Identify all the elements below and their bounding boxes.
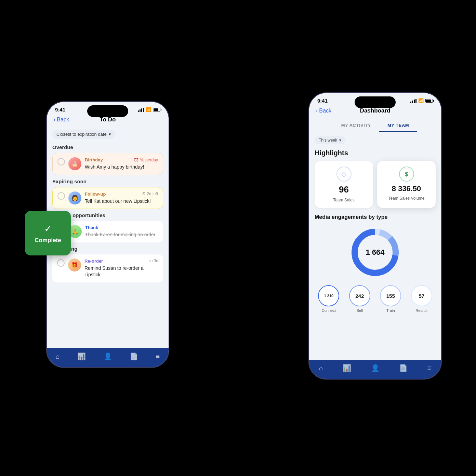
stat-recruit: 57 Recruit: [411, 285, 432, 313]
highlights-title: Highlights: [315, 149, 436, 157]
complete-check-icon: ✓: [44, 223, 52, 234]
nav-home-2[interactable]: ⌂: [319, 364, 323, 372]
task-type-reorder: Re-order: [84, 259, 103, 264]
back-button-2[interactable]: ‹ Back: [316, 108, 331, 114]
menu-icon-1: ≡: [156, 353, 160, 360]
menu-icon-2: ≡: [427, 364, 432, 372]
task-radio-reorder[interactable]: [57, 259, 65, 267]
status-time-2: 9:41: [317, 98, 328, 104]
task-body-reorder: Re-order in 3d Remind Susan to re-order …: [84, 259, 158, 278]
back-button-1[interactable]: ‹ Back: [54, 117, 69, 123]
donut-chart-container: 1 664: [315, 225, 436, 280]
task-body-followup: Follow-up ⏱ 2d left Tell Kat about our n…: [85, 191, 158, 205]
stat-ring-connect: 1 210: [318, 285, 339, 306]
home-icon-2: ⌂: [319, 364, 323, 372]
doc-icon-2: 📄: [399, 364, 408, 372]
stats-row: 1 210 Connect 242 Sell: [315, 285, 436, 313]
task-followup[interactable]: 👩 Follow-up ⏱ 2d left Tell Kat about our…: [52, 187, 163, 209]
complete-badge: ✓ Complete: [25, 211, 71, 255]
task-time-reorder: in 3d: [149, 259, 158, 263]
task-body-birthday: Birthday ⏰ Yesterday Wish Amy a happy bi…: [85, 157, 158, 171]
avatar-kat: 👩: [68, 191, 81, 204]
battery-icon-1: [153, 108, 160, 111]
stat-ring-sell: 242: [349, 285, 370, 306]
bottom-nav-1: ⌂ 📊 👤 📄 ≡: [47, 348, 169, 367]
volume-value: 8 336.50: [392, 184, 421, 193]
week-filter-pill[interactable]: This week ▾: [315, 136, 345, 144]
sales-value: 96: [339, 184, 349, 195]
task-text-birthday: Wish Amy a happy birthday!: [85, 164, 158, 171]
engagements-title: Media engagements by type: [315, 214, 436, 220]
person-icon-2: 👤: [371, 364, 380, 372]
task-text-reorder: Remind Susan to re-order a Lipstick: [84, 265, 158, 278]
nav-doc-2[interactable]: 📄: [399, 364, 408, 372]
nav-person-2[interactable]: 👤: [371, 364, 380, 372]
clock-icon-followup: ⏱: [142, 191, 146, 196]
complete-label: Complete: [35, 237, 61, 244]
chevron-down-icon-dash: ▾: [339, 138, 341, 143]
wifi-icon-1: 📶: [146, 107, 151, 112]
task-time-followup: ⏱ 2d left: [142, 191, 158, 196]
tab-my-team[interactable]: MY TEAM: [379, 119, 417, 132]
task-radio-followup[interactable]: [57, 192, 65, 200]
nav-doc-1[interactable]: 📄: [130, 352, 138, 360]
person-icon-1: 👤: [104, 352, 112, 360]
avatar-susan: 🎁: [68, 259, 81, 272]
task-time-birthday: ⏰ Yesterday: [134, 158, 158, 162]
filter-pill[interactable]: Closest to expiration date ▾: [52, 130, 115, 139]
stat-ring-recruit: 57: [411, 285, 432, 306]
nav-home-1[interactable]: ⌂: [56, 353, 60, 360]
signal-icon-2: [410, 99, 416, 103]
highlight-card-volume: $ 8 336.50 Team Sales Volume: [377, 161, 436, 208]
task-birthday[interactable]: 🎂 Birthday ⏰ Yesterday Wish Amy a happy …: [52, 153, 163, 175]
home-icon-1: ⌂: [56, 353, 60, 360]
volume-label: Team Sales Volume: [388, 196, 424, 201]
nav-chart-2[interactable]: 📊: [343, 364, 351, 372]
chevron-down-icon: ▾: [109, 132, 111, 137]
dynamic-island-2: [355, 96, 396, 108]
status-icons-2: 📶: [410, 98, 433, 103]
highlights-row: ◇ 96 Team Sales $ 8 336.50 Team Sales Vo…: [315, 161, 436, 208]
stat-connect: 1 210 Connect: [318, 285, 339, 313]
volume-icon: $: [399, 167, 414, 182]
tabs-row: MY ACTIVITY MY TEAM: [309, 118, 441, 132]
dynamic-island-1: [87, 105, 128, 117]
stat-sell: 242 Sell: [349, 285, 370, 313]
status-icons-1: 📶: [138, 107, 160, 112]
stat-label-connect: Connect: [322, 308, 336, 313]
page-title-1: To Do: [100, 116, 116, 123]
scene: 9:41 📶 ‹: [0, 0, 476, 476]
dashboard-content: This week ▾ Highlights ◇ 96 Team Sales: [309, 132, 441, 360]
stat-label-train: Train: [386, 308, 395, 313]
task-text-followup: Tell Kat about our new Lipstick!: [85, 198, 158, 205]
highlight-card-sales: ◇ 96 Team Sales: [315, 161, 373, 208]
dash-scroll[interactable]: This week ▾ Highlights ◇ 96 Team Sales: [309, 132, 441, 360]
stat-label-recruit: Recruit: [415, 308, 427, 313]
wifi-icon-2: 📶: [418, 98, 424, 103]
task-radio-birthday[interactable]: [57, 158, 65, 166]
avatar-amy: 🎂: [68, 157, 81, 170]
nav-chart-1[interactable]: 📊: [77, 352, 86, 360]
chevron-left-icon-1: ‹: [54, 117, 55, 123]
donut-center-value: 1 664: [366, 248, 384, 257]
donut-chart: 1 664: [348, 225, 402, 280]
doc-icon-1: 📄: [130, 352, 138, 360]
nav-person-1[interactable]: 👤: [104, 352, 112, 360]
task-reorder[interactable]: 🎁 Re-order in 3d Remind Susan to re-orde…: [52, 254, 163, 282]
task-text-thank: Thank Karen for making an order: [85, 232, 158, 238]
chart-icon-1: 📊: [77, 352, 86, 360]
task-body-thank: Thank Thank Karen for making an order: [85, 225, 158, 238]
task-type-followup: Follow-up: [85, 191, 106, 197]
clock-icon-birthday: ⏰: [134, 158, 139, 162]
nav-menu-1[interactable]: ≡: [156, 353, 160, 360]
stat-ring-train: 155: [380, 285, 401, 306]
section-expiring: Expiring soon: [52, 178, 163, 184]
nav-menu-2[interactable]: ≡: [427, 364, 432, 372]
battery-icon-2: [425, 99, 433, 103]
status-time-1: 9:41: [55, 107, 65, 113]
tab-my-activity[interactable]: MY ACTIVITY: [333, 119, 379, 132]
section-overdue: Overdue: [52, 144, 163, 150]
stat-label-sell: Sell: [357, 308, 363, 313]
phone-2: 9:41 📶 ‹: [308, 92, 442, 380]
chart-icon-2: 📊: [343, 364, 351, 372]
